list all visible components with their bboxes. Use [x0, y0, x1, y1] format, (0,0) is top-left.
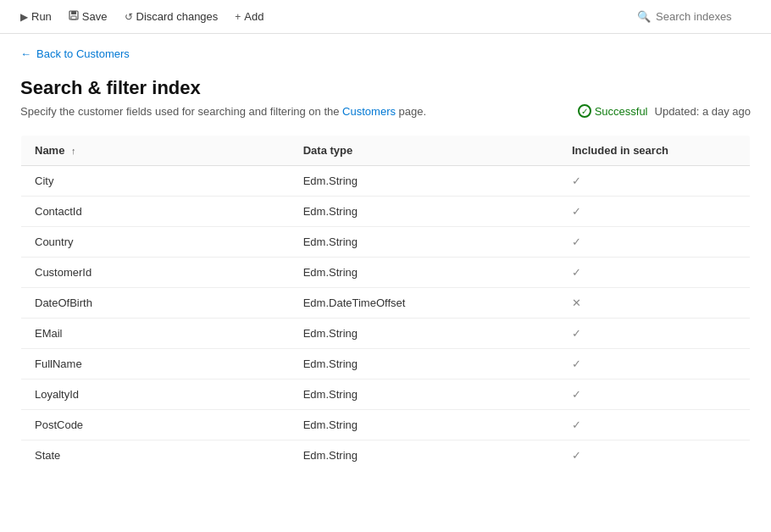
cell-name: LoyaltyId [21, 380, 290, 410]
cell-name: Country [21, 227, 290, 258]
table-row: DateOfBirthEdm.DateTimeOffset✕ [21, 288, 751, 319]
check-icon: ✓ [572, 449, 581, 462]
check-icon: ✓ [572, 236, 581, 248]
table-row: LoyaltyIdEdm.String✓ [21, 380, 751, 410]
table-row: FullNameEdm.String✓ [21, 349, 751, 380]
table-row: StateEdm.String✓ [21, 441, 751, 471]
save-button[interactable]: Save [62, 7, 114, 26]
check-icon: ✓ [572, 388, 581, 401]
table-row: PostCodeEdm.String✓ [21, 410, 751, 441]
search-icon: 🔍 [637, 10, 651, 23]
cross-icon: ✕ [572, 296, 581, 309]
table-row: CityEdm.String✓ [21, 166, 751, 197]
search-input[interactable] [656, 10, 757, 23]
svg-rect-1 [71, 11, 76, 14]
cell-name: CustomerId [21, 258, 290, 288]
fields-table: Name ↑ Data type Included in search City… [20, 135, 751, 471]
cell-datatype: Edm.String [290, 258, 558, 288]
add-icon: + [235, 11, 241, 23]
cell-datatype: Edm.DateTimeOffset [290, 288, 558, 319]
cell-datatype: Edm.String [290, 441, 558, 471]
cell-included: ✓ [558, 349, 751, 380]
main-content: ← Back to Customers Search & filter inde… [0, 34, 771, 532]
run-icon: ▶ [20, 11, 28, 23]
cell-included: ✓ [558, 380, 751, 410]
customers-link[interactable]: Customers [342, 105, 396, 118]
cell-datatype: Edm.String [290, 349, 558, 380]
table-row: ContactIdEdm.String✓ [21, 197, 751, 227]
cell-included: ✓ [558, 258, 751, 288]
table-row: CustomerIdEdm.String✓ [21, 258, 751, 288]
run-button[interactable]: ▶ Run [14, 7, 58, 26]
cell-included: ✕ [558, 288, 751, 319]
check-icon: ✓ [572, 205, 581, 218]
check-icon: ✓ [572, 327, 581, 340]
cell-included: ✓ [558, 197, 751, 227]
save-icon [69, 10, 79, 23]
subtitle: Specify the customer fields used for sea… [20, 105, 426, 118]
back-arrow-icon: ← [20, 47, 31, 60]
page-title: Search & filter index [20, 77, 751, 99]
subtitle-row: Specify the customer fields used for sea… [20, 104, 751, 118]
cell-datatype: Edm.String [290, 410, 558, 441]
col-header-name[interactable]: Name ↑ [21, 136, 290, 166]
check-icon: ✓ [572, 357, 581, 370]
check-icon: ✓ [572, 418, 581, 431]
discard-button[interactable]: ↺ Discard changes [118, 7, 225, 26]
cell-name: ContactId [21, 197, 290, 227]
updated-label: Updated: a day ago [655, 105, 751, 118]
cell-included: ✓ [558, 441, 751, 471]
cell-datatype: Edm.String [290, 227, 558, 258]
cell-datatype: Edm.String [290, 197, 558, 227]
cell-name: PostCode [21, 410, 290, 441]
table-row: EMailEdm.String✓ [21, 319, 751, 349]
cell-datatype: Edm.String [290, 319, 558, 349]
cell-included: ✓ [558, 319, 751, 349]
cell-name: FullName [21, 349, 290, 380]
cell-datatype: Edm.String [290, 166, 558, 197]
back-link[interactable]: ← Back to Customers [20, 47, 130, 60]
success-icon: ✓ [578, 104, 591, 118]
cell-datatype: Edm.String [290, 380, 558, 410]
cell-name: State [21, 441, 290, 471]
status-area: ✓ Successful Updated: a day ago [578, 104, 751, 118]
cell-included: ✓ [558, 166, 751, 197]
col-header-datatype: Data type [290, 136, 558, 166]
status-badge: ✓ Successful [578, 104, 648, 118]
sort-arrow-icon: ↑ [71, 146, 76, 156]
cell-name: DateOfBirth [21, 288, 290, 319]
discard-icon: ↺ [125, 11, 133, 23]
table-row: CountryEdm.String✓ [21, 227, 751, 258]
search-box[interactable]: 🔍 [637, 10, 757, 23]
check-icon: ✓ [572, 175, 581, 187]
add-button[interactable]: + Add [228, 7, 270, 26]
cell-name: EMail [21, 319, 290, 349]
cell-included: ✓ [558, 227, 751, 258]
col-header-included: Included in search [558, 136, 751, 166]
cell-included: ✓ [558, 410, 751, 441]
check-icon: ✓ [572, 266, 581, 279]
toolbar: ▶ Run Save ↺ Discard changes + Add 🔍 [0, 0, 771, 34]
cell-name: City [21, 166, 290, 197]
